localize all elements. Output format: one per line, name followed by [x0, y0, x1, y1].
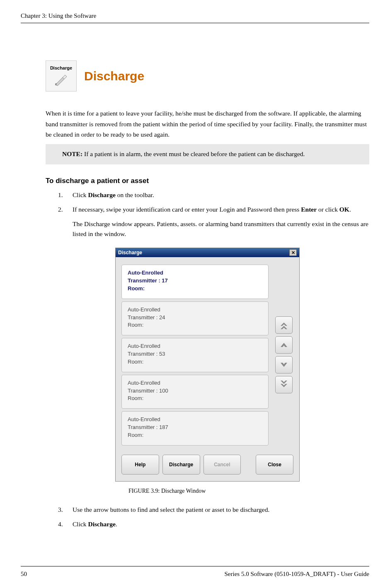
list-item[interactable]: Auto-Enrolled Transmitter : 100 Room:	[121, 375, 269, 409]
guide-title: Series 5.0 Software (0510-1059-A_DRAFT) …	[224, 571, 369, 578]
section-heading-row: Discharge Discharge	[46, 60, 369, 92]
chevron-up-icon	[279, 340, 289, 350]
scroll-up-button[interactable]	[275, 336, 293, 354]
double-chevron-up-icon	[279, 320, 289, 330]
discharge-dialog: Discharge ✕ Auto-Enrolled Transmitter : …	[115, 248, 300, 482]
figure-caption: FIGURE 3.9: Discharge Window	[128, 488, 369, 494]
chapter-title: Chapter 3: Using the Software	[21, 12, 369, 19]
nav-column	[269, 265, 293, 446]
step-4: 4. Click Discharge.	[58, 519, 369, 530]
page-header: Chapter 3: Using the Software	[21, 12, 369, 23]
toolbar-icon-label: Discharge	[50, 65, 72, 70]
dialog-title: Discharge	[118, 250, 142, 255]
step-3: 3. Use the arrow buttons to find and sel…	[58, 505, 369, 515]
dialog-body: Auto-Enrolled Transmitter : 17 Room: Aut…	[116, 257, 299, 451]
svg-point-0	[55, 83, 57, 85]
list-item[interactable]: Auto-Enrolled Transmitter : 187 Room:	[121, 411, 269, 446]
help-button[interactable]: Help	[121, 455, 159, 475]
step-1: 1. Click Discharge on the toolbar.	[58, 190, 369, 200]
close-icon[interactable]: ✕	[289, 249, 297, 256]
double-chevron-down-icon	[279, 380, 289, 390]
discharge-button[interactable]: Discharge	[162, 455, 200, 475]
note-text: If a patient is in alarm, the event must…	[82, 150, 305, 157]
figure-container: Discharge ✕ Auto-Enrolled Transmitter : …	[46, 248, 369, 482]
list-item[interactable]: Auto-Enrolled Transmitter : 53 Room:	[121, 338, 269, 372]
note-label: NOTE:	[62, 150, 82, 157]
subsection-title: To discharge a patient or asset	[46, 177, 369, 185]
page-footer: 50 Series 5.0 Software (0510-1059-A_DRAF…	[21, 566, 369, 578]
scroll-bottom-button[interactable]	[275, 376, 293, 393]
page-number: 50	[21, 571, 27, 578]
list-column: Auto-Enrolled Transmitter : 17 Room: Aut…	[121, 265, 269, 446]
step-2-sub: The Discharge window appears. Patients, …	[73, 219, 369, 240]
list-item[interactable]: Auto-Enrolled Transmitter : 24 Room:	[121, 301, 269, 336]
cancel-button[interactable]: Cancel	[203, 455, 241, 475]
chevron-down-icon	[279, 360, 289, 370]
step-2: 2. If necessary, swipe your identificati…	[58, 205, 369, 239]
list-item[interactable]: Auto-Enrolled Transmitter : 17 Room:	[121, 265, 269, 299]
scroll-down-button[interactable]	[275, 356, 293, 374]
close-button[interactable]: Close	[256, 455, 293, 475]
section-title: Discharge	[84, 69, 144, 83]
note-box: NOTE: If a patient is in alarm, the even…	[46, 144, 369, 164]
scroll-top-button[interactable]	[275, 316, 293, 334]
dialog-titlebar: Discharge ✕	[116, 248, 299, 257]
pen-icon	[53, 70, 70, 87]
discharge-toolbar-icon: Discharge	[46, 60, 77, 92]
dialog-footer: Help Discharge Cancel Close	[116, 451, 299, 481]
intro-paragraph: When it is time for a patient to leave y…	[46, 108, 369, 140]
